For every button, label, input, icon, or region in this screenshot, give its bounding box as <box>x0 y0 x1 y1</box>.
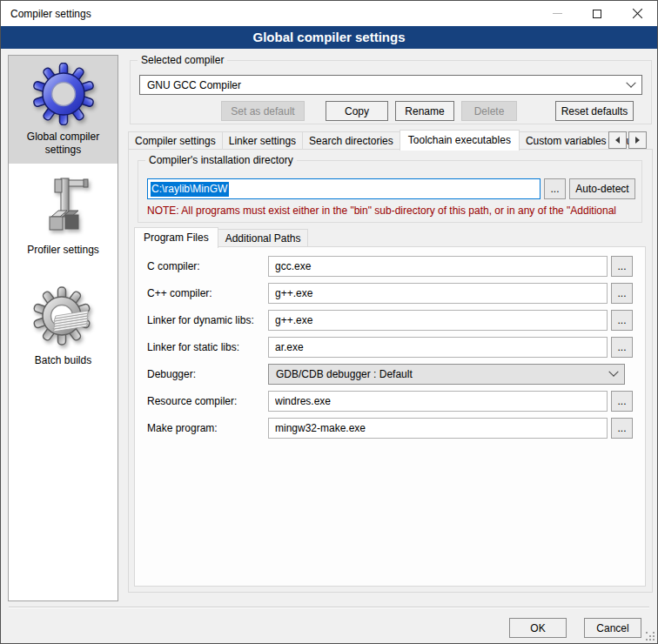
settings-sidebar: Global compiler settings <box>8 55 118 601</box>
chevron-down-icon <box>626 77 635 87</box>
ok-button[interactable]: OK <box>509 618 567 638</box>
sidebar-item-label: Global compiler settings <box>11 131 115 157</box>
tab-compiler-settings[interactable]: Compiler settings <box>128 131 223 150</box>
tab-additional-paths[interactable]: Additional Paths <box>218 229 309 247</box>
compiler-settings-dialog: Compiler settings Global compiler settin… <box>0 0 658 644</box>
make-program-input[interactable] <box>268 418 608 439</box>
sidebar-item-batch-builds[interactable]: Batch builds <box>9 279 118 374</box>
browse-button[interactable]: ... <box>611 418 633 439</box>
copy-button[interactable]: Copy <box>326 101 388 121</box>
close-button[interactable] <box>617 1 657 26</box>
field-label: Linker for static libs: <box>147 341 268 353</box>
tab-scroll-right-button[interactable] <box>628 131 647 149</box>
arrow-left-icon <box>615 137 620 144</box>
tab-search-directories[interactable]: Search directories <box>302 131 400 150</box>
static-linker-row: Linker for static libs: ... <box>147 337 633 358</box>
minimize-button[interactable] <box>537 1 577 26</box>
c-compiler-input[interactable] <box>268 256 608 277</box>
sidebar-item-label: Profiler settings <box>11 244 115 257</box>
compiler-select[interactable]: GNU GCC Compiler <box>139 75 642 95</box>
static-linker-input[interactable] <box>268 337 608 358</box>
directory-note: NOTE: All programs must exist either in … <box>147 205 641 217</box>
reset-defaults-button[interactable]: Reset defaults <box>555 101 634 121</box>
sidebar-item-label: Batch builds <box>11 354 115 367</box>
tab-scroll-buttons <box>607 131 647 149</box>
program-files-tab-strip: Program Files Additional Paths <box>134 227 307 247</box>
browse-button[interactable]: ... <box>611 256 633 277</box>
auto-detect-button[interactable]: Auto-detect <box>569 178 635 199</box>
dynamic-linker-row: Linker for dynamic libs: ... <box>147 310 633 331</box>
debugger-row: Debugger: GDB/CDB debugger : Default <box>147 364 633 385</box>
selected-text: C:\raylib\MinGW <box>151 182 229 197</box>
browse-button[interactable]: ... <box>611 283 633 304</box>
tab-toolchain-executables[interactable]: Toolchain executables <box>400 130 520 151</box>
browse-button[interactable]: ... <box>611 337 633 358</box>
field-label: Make program: <box>147 422 268 434</box>
maximize-button[interactable] <box>577 1 617 26</box>
set-as-default-button[interactable]: Set as default <box>221 101 305 121</box>
settings-tab-strip: Compiler settings Linker settings Search… <box>128 130 648 150</box>
field-label: Linker for dynamic libs: <box>147 314 268 326</box>
c-compiler-row: C compiler: ... <box>147 256 633 277</box>
field-label: C compiler: <box>147 260 268 272</box>
cancel-button[interactable]: Cancel <box>584 618 641 638</box>
make-program-row: Make program: ... <box>147 418 633 439</box>
footer-divider <box>9 607 649 608</box>
window-controls <box>537 1 657 26</box>
sidebar-item-global-compiler-settings[interactable]: Global compiler settings <box>9 56 118 164</box>
profiler-caliper-icon <box>32 176 95 238</box>
close-icon <box>632 8 643 19</box>
compiler-buttons-row: Set as default Copy Rename Delete Reset … <box>139 101 634 121</box>
cpp-compiler-row: C++ compiler: ... <box>147 283 633 304</box>
dialog-body: Global compiler settings <box>1 49 657 643</box>
gear-stack-icon <box>32 286 95 349</box>
minimize-icon <box>553 13 562 14</box>
browse-button[interactable]: ... <box>611 391 633 412</box>
field-label: Resource compiler: <box>147 395 268 407</box>
window-title: Compiler settings <box>1 8 91 20</box>
rename-button[interactable]: Rename <box>395 101 454 121</box>
dynamic-linker-input[interactable] <box>268 310 608 331</box>
sidebar-item-profiler-settings[interactable]: Profiler settings <box>9 169 118 264</box>
resource-compiler-row: Resource compiler: ... <box>147 391 633 412</box>
group-label: Compiler's installation directory <box>145 154 297 166</box>
installation-directory-group: Compiler's installation directory C:\ray… <box>138 160 642 223</box>
program-files-page: C compiler: ... C++ compiler: ... Linker… <box>134 246 646 587</box>
maximize-icon <box>593 10 601 18</box>
compiler-select-value: GNU GCC Compiler <box>147 79 628 91</box>
selected-compiler-group: Selected compiler GNU GCC Compiler Set a… <box>130 60 652 124</box>
field-label: C++ compiler: <box>147 287 268 299</box>
delete-button[interactable]: Delete <box>461 101 517 121</box>
debugger-select-value: GDB/CDB debugger : Default <box>276 368 610 380</box>
group-label: Selected compiler <box>138 54 227 66</box>
field-label: Debugger: <box>147 368 268 380</box>
installation-directory-input[interactable]: C:\raylib\MinGW <box>147 178 540 199</box>
tab-custom-variables[interactable]: Custom variables <box>519 131 614 150</box>
tab-linker-settings[interactable]: Linker settings <box>222 131 303 150</box>
tab-scroll-left-button[interactable] <box>608 131 627 149</box>
blue-gear-icon <box>32 63 95 125</box>
tab-program-files[interactable]: Program Files <box>134 227 218 248</box>
main-content: Selected compiler GNU GCC Compiler Set a… <box>123 49 653 643</box>
resource-compiler-input[interactable] <box>268 391 608 412</box>
arrow-right-icon <box>635 137 640 144</box>
chevron-down-icon <box>608 367 618 377</box>
debugger-select[interactable]: GDB/CDB debugger : Default <box>268 364 625 385</box>
cpp-compiler-input[interactable] <box>268 283 608 304</box>
toolchain-executables-page: Compiler's installation directory C:\ray… <box>128 149 653 593</box>
browse-directory-button[interactable]: ... <box>544 178 566 199</box>
browse-button[interactable]: ... <box>611 310 633 331</box>
page-title: Global compiler settings <box>1 26 657 49</box>
resize-grip[interactable] <box>646 632 655 641</box>
titlebar: Compiler settings <box>1 1 657 26</box>
